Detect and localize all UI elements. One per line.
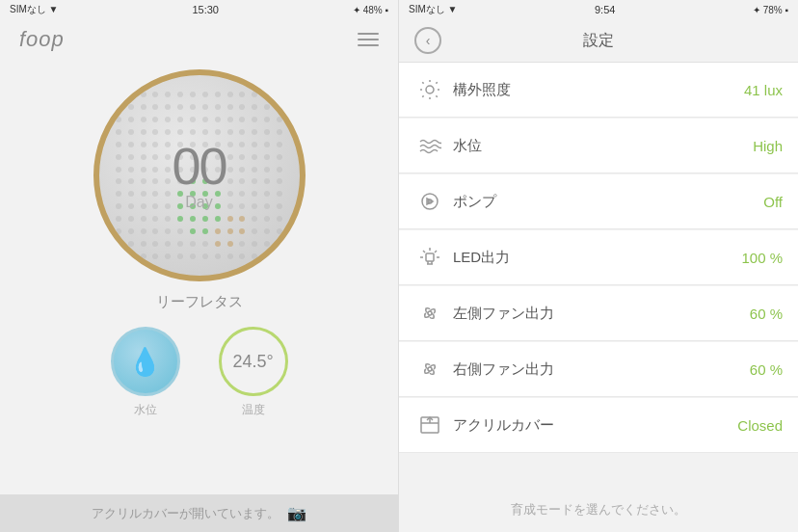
dot <box>128 228 134 234</box>
settings-label-water-level: 水位 <box>453 137 753 155</box>
dot <box>227 191 233 197</box>
temp-widget[interactable]: 24.5° 温度 <box>219 327 288 418</box>
dot <box>141 228 146 234</box>
dot <box>215 253 221 259</box>
dot <box>165 117 171 122</box>
dot <box>177 92 183 97</box>
dot <box>277 241 282 247</box>
cover-icon <box>414 410 445 440</box>
dot <box>152 154 158 160</box>
left-status-bar: SIMなし ▼ 15:30 ✦ 48% ▪ <box>0 0 398 19</box>
bottom-bar-text: アクリルカバーが開いています。 <box>92 505 279 522</box>
dot <box>264 241 270 247</box>
dot <box>215 241 221 247</box>
dot <box>264 104 270 110</box>
dot <box>177 216 183 222</box>
dot <box>252 253 257 259</box>
dot <box>152 142 158 147</box>
dot <box>128 253 134 259</box>
temp-value: 24.5° <box>232 352 273 372</box>
dot <box>177 129 183 135</box>
dot <box>252 203 257 209</box>
dot <box>116 117 121 122</box>
dot <box>128 117 134 122</box>
left-time: 15:30 <box>192 4 219 15</box>
dot <box>264 216 270 222</box>
dot <box>202 129 208 135</box>
camera-icon[interactable]: 📷 <box>287 504 306 522</box>
settings-row-left-fan[interactable]: 左側ファン出力60 % <box>399 286 798 341</box>
dot <box>165 104 171 110</box>
dot <box>165 216 171 222</box>
dot <box>277 216 282 222</box>
day-display: 00 Day <box>172 140 226 211</box>
dot <box>239 104 245 110</box>
settings-list: 構外照度41 lux水位HighポンプOffLED出力100 %左側ファン出力6… <box>399 63 798 488</box>
settings-row-cover[interactable]: アクリルカバーClosed <box>399 398 798 453</box>
dot <box>128 191 134 197</box>
settings-row-led[interactable]: LED出力100 % <box>399 230 798 285</box>
dot <box>177 241 183 247</box>
dot <box>152 228 158 234</box>
back-button[interactable]: ‹ <box>414 27 441 54</box>
dot <box>152 92 158 97</box>
day-circle: 00 Day <box>93 69 306 281</box>
dot <box>239 154 245 160</box>
dot <box>141 154 146 160</box>
temp-circle: 24.5° <box>219 327 288 396</box>
dot <box>141 92 146 97</box>
settings-row-pump[interactable]: ポンプOff <box>399 174 798 229</box>
svg-line-8 <box>436 82 437 83</box>
day-circle-container: 00 Day <box>93 69 306 281</box>
left-phone: SIMなし ▼ 15:30 ✦ 48% ▪ foop <box>0 0 399 532</box>
dot <box>152 253 158 259</box>
svg-point-21 <box>428 367 432 371</box>
dot <box>227 216 233 222</box>
dot <box>252 104 257 110</box>
dot <box>152 104 158 110</box>
dot <box>128 104 134 110</box>
svg-line-14 <box>423 251 425 253</box>
water-widget[interactable]: 💧 水位 <box>111 327 180 418</box>
hamburger-line-3 <box>358 44 379 46</box>
dot <box>165 241 171 247</box>
dot <box>202 117 208 122</box>
foop-logo: foop <box>19 27 65 52</box>
day-number: 00 <box>172 140 226 192</box>
dot <box>116 203 121 209</box>
dot <box>252 241 257 247</box>
svg-line-4 <box>436 95 437 96</box>
settings-value-right-fan: 60 % <box>750 361 783 378</box>
settings-row-right-fan[interactable]: 右側ファン出力60 % <box>399 342 798 397</box>
dot <box>152 167 158 173</box>
dot <box>264 191 270 197</box>
dot <box>277 117 282 122</box>
dot <box>215 92 221 97</box>
settings-label-right-fan: 右側ファン出力 <box>453 360 750 379</box>
settings-value-led: 100 % <box>741 250 783 266</box>
dot <box>177 104 183 110</box>
settings-value-left-fan: 60 % <box>750 306 783 322</box>
settings-row-illuminance[interactable]: 構外照度41 lux <box>399 63 798 118</box>
dot <box>252 129 257 135</box>
dot <box>227 142 233 147</box>
menu-button[interactable] <box>358 33 379 46</box>
left-header: foop <box>0 19 398 60</box>
settings-row-water-level[interactable]: 水位High <box>399 119 798 173</box>
dot <box>239 167 245 173</box>
left-carrier: SIMなし ▼ <box>10 3 58 16</box>
dot <box>128 129 134 135</box>
settings-label-pump: ポンプ <box>453 193 763 211</box>
dot <box>277 191 282 197</box>
dot <box>116 228 121 234</box>
dot <box>202 104 208 110</box>
dot <box>177 228 183 234</box>
svg-rect-16 <box>426 253 434 261</box>
dot <box>252 142 257 147</box>
dot <box>215 228 221 234</box>
dot <box>239 117 245 122</box>
dot <box>252 191 257 197</box>
dot <box>177 117 183 122</box>
dot <box>128 216 134 222</box>
dot <box>190 216 196 222</box>
